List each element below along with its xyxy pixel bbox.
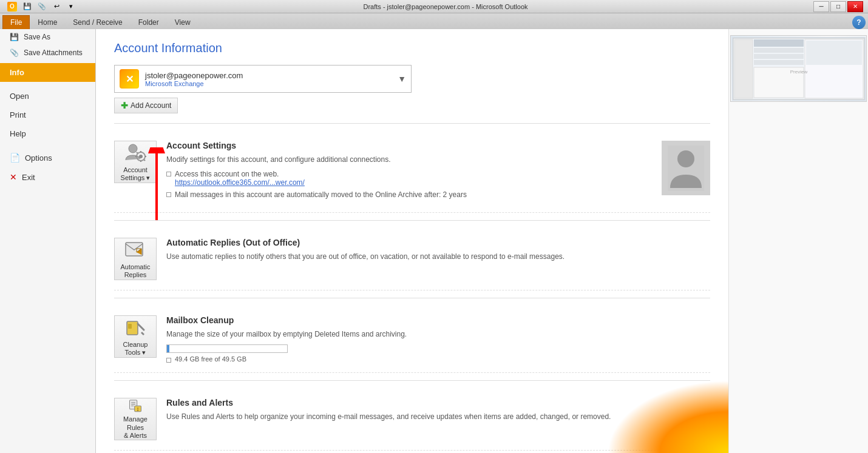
toolbar-dropdown-btn[interactable]: ▾ — [64, 1, 78, 13]
tab-view[interactable]: View — [167, 15, 198, 29]
account-settings-icon — [124, 142, 146, 164]
sidebar-item-save-as[interactable]: 💾 Save As — [0, 29, 95, 45]
rules-alerts-desc: Use Rules and Alerts to help organize yo… — [166, 411, 710, 422]
svg-line-12 — [144, 159, 146, 161]
tab-folder[interactable]: Folder — [131, 15, 167, 29]
cleanup-tools-btn-label: CleanupTools ▾ — [123, 341, 148, 357]
svg-line-11 — [137, 152, 138, 153]
rules-alerts-details: Rules and Alerts Use Rules and Alerts to… — [166, 398, 710, 427]
account-email: jstoler@pageonepower.com — [145, 71, 393, 80]
sidebar-item-exit[interactable]: ✕ Exit — [0, 167, 95, 187]
account-settings-bullet-2: Mail messages in this account are automa… — [166, 190, 646, 199]
automatic-replies-icon — [124, 239, 146, 261]
account-selector-container: ✕ jstoler@pageonepower.com Microsoft Exc… — [114, 65, 710, 113]
plus-icon: ✚ — [121, 101, 128, 110]
attach-quick-btn[interactable]: 📎 — [35, 1, 49, 13]
preview-image: Preview — [730, 35, 867, 102]
account-settings-bullet-1: Access this account on the web. https://… — [166, 170, 646, 187]
exit-icon: ✕ — [10, 172, 17, 182]
svg-rect-30 — [754, 54, 804, 59]
close-button[interactable]: ✕ — [847, 1, 863, 12]
svg-rect-17 — [128, 324, 132, 329]
svg-rect-31 — [754, 60, 804, 65]
save-attachments-icon: 📎 — [10, 49, 19, 57]
account-info: jstoler@pageonepower.com Microsoft Excha… — [145, 71, 393, 87]
sidebar-item-options[interactable]: 📄 Options — [0, 148, 95, 167]
backstage-sidebar: 💾 Save As 📎 Save Attachments Info Open P… — [0, 29, 96, 453]
account-settings-button[interactable]: AccountSettings ▾ — [114, 141, 157, 183]
automatic-replies-desc: Use automatic replies to notify others t… — [166, 251, 710, 262]
account-selector[interactable]: ✕ jstoler@pageonepower.com Microsoft Exc… — [114, 65, 412, 93]
print-label: Print — [10, 110, 26, 119]
account-settings-desc: Modify settings for this account, and co… — [166, 154, 646, 165]
minimize-button[interactable]: ─ — [813, 1, 829, 12]
storage-bullet-icon — [166, 358, 171, 363]
section-rules-alerts: Manage Rules& Alerts Rules and Alerts Us… — [114, 388, 710, 451]
sidebar-item-help[interactable]: Help — [0, 124, 95, 143]
rules-alerts-icon — [124, 398, 146, 413]
help-label: Help — [10, 129, 26, 138]
mailbox-cleanup-details: Mailbox Cleanup Manage the size of your … — [166, 315, 710, 363]
manage-rules-button[interactable]: Manage Rules& Alerts — [114, 398, 157, 440]
svg-text:✕: ✕ — [126, 74, 134, 84]
restore-button[interactable]: □ — [830, 1, 846, 12]
cleanup-tools-button[interactable]: CleanupTools ▾ — [114, 315, 157, 358]
undo-quick-btn[interactable]: ↩ — [50, 1, 63, 13]
options-label: Options — [25, 153, 52, 163]
svg-text:Preview: Preview — [790, 69, 807, 75]
section-automatic-replies: AutomaticReplies Automatic Replies (Out … — [114, 228, 710, 290]
tab-home[interactable]: Home — [30, 15, 65, 29]
rules-alerts-title: Rules and Alerts — [166, 398, 710, 408]
tab-send-receive[interactable]: Send / Receive — [65, 15, 130, 29]
window-title: Drafts - jstoler@pageonepower.com - Micr… — [78, 3, 813, 10]
web-access-text: Access this account on the web. — [175, 170, 279, 178]
archive-text: Mail messages in this account are automa… — [175, 190, 467, 199]
save-quick-btn[interactable]: 💾 — [21, 1, 34, 13]
options-icon: 📄 — [10, 153, 20, 163]
add-account-label: Add Account — [131, 101, 171, 110]
svg-rect-34 — [806, 41, 862, 65]
web-access-link[interactable]: https://outlook.office365.com/...wer.com… — [175, 178, 305, 187]
automatic-replies-details: Automatic Replies (Out of Office) Use au… — [166, 238, 710, 267]
account-settings-btn-label: AccountSettings ▾ — [121, 166, 151, 182]
bullet-square-icon-2 — [166, 192, 171, 197]
storage-bar-container: 49.4 GB free of 49.5 GB — [166, 344, 710, 363]
automatic-replies-button[interactable]: AutomaticReplies — [114, 238, 157, 280]
section-divider-2 — [114, 220, 710, 221]
sidebar-item-open[interactable]: Open — [0, 87, 95, 106]
bullet-square-icon — [166, 172, 171, 176]
open-label: Open — [10, 92, 29, 101]
cleanup-tools-icon — [124, 317, 146, 338]
sidebar-item-info[interactable]: Info — [0, 63, 95, 82]
title-bar: O 💾 📎 ↩ ▾ Drafts - jstoler@pageonepower.… — [0, 0, 868, 13]
svg-rect-29 — [754, 48, 804, 53]
help-button[interactable]: ? — [852, 16, 866, 29]
storage-bar — [166, 344, 288, 353]
avatar-svg — [668, 146, 704, 191]
storage-bar-fill — [167, 345, 169, 352]
mailbox-cleanup-desc: Manage the size of your mailbox by empty… — [166, 329, 710, 340]
svg-rect-28 — [754, 39, 804, 47]
preview-screenshot: Preview — [731, 36, 866, 101]
account-icon: ✕ — [120, 69, 139, 89]
add-account-button[interactable]: ✚ Add Account — [114, 98, 178, 113]
right-panel: Preview — [728, 29, 868, 453]
save-attachments-label: Save Attachments — [24, 49, 83, 57]
section-mailbox-cleanup: CleanupTools ▾ Mailbox Cleanup Manage th… — [114, 306, 710, 373]
sidebar-item-save-attachments[interactable]: 📎 Save Attachments — [0, 45, 95, 61]
svg-rect-27 — [734, 39, 753, 98]
mailbox-cleanup-title: Mailbox Cleanup — [166, 315, 710, 325]
storage-free-label: 49.4 GB free of 49.5 GB — [175, 355, 246, 363]
section-divider-4 — [114, 380, 710, 381]
avatar-placeholder — [662, 141, 710, 195]
sidebar-item-print[interactable]: Print — [0, 106, 95, 124]
info-label: Info — [10, 68, 24, 77]
account-settings-details: Account Settings Modify settings for thi… — [166, 141, 646, 203]
section-divider-3 — [114, 298, 710, 298]
main-content: Account Information ✕ jstoler@pageonepow… — [96, 29, 728, 453]
exit-label: Exit — [22, 173, 35, 182]
tab-file[interactable]: File — [2, 15, 30, 29]
account-settings-title: Account Settings — [166, 141, 646, 150]
page-title: Account Information — [114, 41, 710, 55]
section-account-settings: AccountSettings ▾ Account Settings Modif… — [114, 131, 710, 213]
